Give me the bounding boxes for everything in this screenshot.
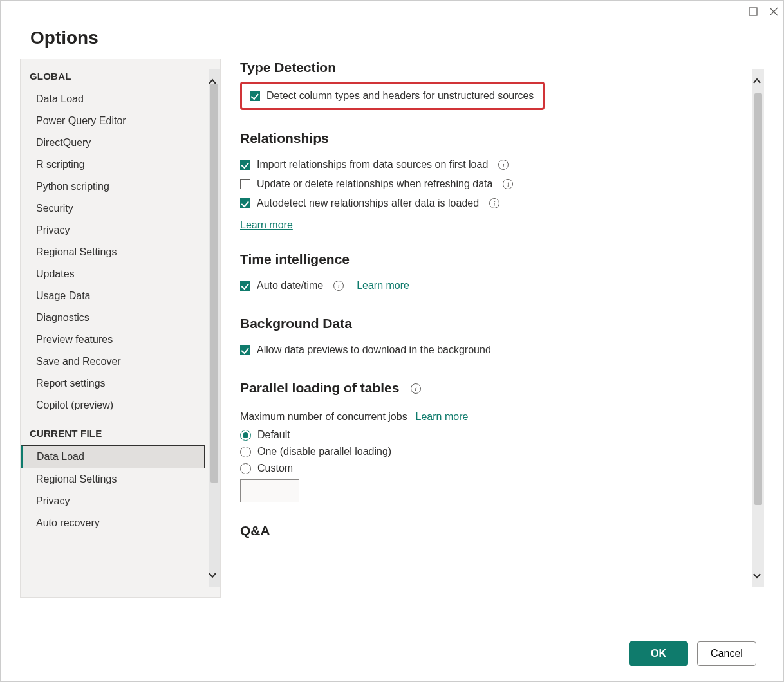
cancel-button[interactable]: Cancel bbox=[697, 641, 756, 666]
info-icon[interactable]: i bbox=[489, 198, 499, 208]
label-import-relationships: Import relationships from data sources o… bbox=[257, 159, 488, 170]
maximize-icon[interactable] bbox=[749, 7, 758, 16]
sidebar-item-security[interactable]: Security bbox=[21, 198, 205, 219]
label-auto-date-time: Auto date/time bbox=[257, 280, 323, 291]
sidebar-item-python-scripting[interactable]: Python scripting bbox=[21, 176, 205, 198]
input-parallel-custom-value[interactable] bbox=[240, 479, 299, 502]
radio-parallel-custom[interactable] bbox=[240, 463, 251, 474]
label-parallel-default: Default bbox=[257, 429, 290, 441]
sidebar-item-usage-data[interactable]: Usage Data bbox=[21, 285, 205, 307]
sidebar-item-copilot-preview[interactable]: Copilot (preview) bbox=[21, 394, 205, 416]
close-icon[interactable] bbox=[769, 7, 778, 16]
section-relationships: Relationships bbox=[240, 131, 745, 146]
options-content: Type Detection Detect column types and h… bbox=[240, 59, 764, 598]
sidebar-item-directquery[interactable]: DirectQuery bbox=[21, 132, 205, 154]
sidebar-item-r-scripting[interactable]: R scripting bbox=[21, 154, 205, 176]
sidebar-item-power-query-editor[interactable]: Power Query Editor bbox=[21, 110, 205, 132]
sidebar-item-updates[interactable]: Updates bbox=[21, 263, 205, 285]
sidebar-item-file-privacy[interactable]: Privacy bbox=[21, 490, 205, 512]
section-type-detection: Type Detection bbox=[240, 60, 745, 75]
label-detect-column-types: Detect column types and headers for unst… bbox=[266, 90, 534, 102]
section-qa: Q&A bbox=[240, 523, 745, 539]
sidebar-item-global-privacy[interactable]: Privacy bbox=[21, 219, 205, 241]
label-allow-background-previews: Allow data previews to download in the b… bbox=[257, 344, 491, 356]
dialog-footer: OK Cancel bbox=[629, 641, 756, 666]
checkbox-import-relationships[interactable] bbox=[240, 160, 250, 170]
options-sidebar: GLOBAL Data Load Power Query Editor Dire… bbox=[20, 59, 221, 598]
sidebar-item-auto-recovery[interactable]: Auto recovery bbox=[21, 512, 205, 534]
link-learn-more-time-intel[interactable]: Learn more bbox=[357, 280, 409, 291]
sidebar-item-global-data-load[interactable]: Data Load bbox=[21, 88, 205, 110]
info-icon[interactable]: i bbox=[411, 383, 421, 394]
sidebar-item-save-and-recover[interactable]: Save and Recover bbox=[21, 351, 205, 373]
sidebar-item-file-regional-settings[interactable]: Regional Settings bbox=[21, 468, 205, 490]
radio-parallel-one[interactable] bbox=[240, 447, 251, 457]
checkbox-allow-background-previews[interactable] bbox=[240, 345, 250, 355]
info-icon[interactable]: i bbox=[498, 160, 509, 170]
sidebar-group-current-file: CURRENT FILE bbox=[21, 416, 205, 445]
label-max-concurrent-jobs: Maximum number of concurrent jobs bbox=[240, 411, 407, 422]
sidebar-group-global: GLOBAL bbox=[21, 59, 205, 88]
highlighted-option-box: Detect column types and headers for unst… bbox=[240, 82, 545, 110]
section-background-data: Background Data bbox=[240, 316, 745, 331]
section-parallel-loading-label: Parallel loading of tables bbox=[240, 380, 399, 395]
svg-rect-0 bbox=[749, 8, 757, 15]
ok-button[interactable]: OK bbox=[629, 641, 688, 666]
checkbox-detect-column-types[interactable] bbox=[250, 91, 260, 101]
label-autodetect-relationships: Autodetect new relationships after data … bbox=[257, 198, 479, 209]
chevron-down-icon[interactable] bbox=[752, 570, 761, 581]
section-time-intelligence: Time intelligence bbox=[240, 252, 745, 267]
radio-parallel-default[interactable] bbox=[240, 430, 251, 441]
label-update-delete-relationships: Update or delete relationships when refr… bbox=[257, 178, 492, 190]
info-icon[interactable]: i bbox=[333, 281, 344, 291]
sidebar-item-global-regional-settings[interactable]: Regional Settings bbox=[21, 241, 205, 263]
checkbox-update-delete-relationships[interactable] bbox=[240, 179, 250, 189]
checkbox-autodetect-relationships[interactable] bbox=[240, 198, 250, 208]
link-learn-more-relationships[interactable]: Learn more bbox=[240, 219, 745, 231]
sidebar-item-diagnostics[interactable]: Diagnostics bbox=[21, 307, 205, 329]
window-titlebar bbox=[1, 1, 783, 23]
chevron-up-icon[interactable] bbox=[752, 75, 761, 86]
chevron-down-icon[interactable] bbox=[208, 569, 217, 580]
link-learn-more-parallel[interactable]: Learn more bbox=[416, 411, 469, 422]
section-parallel-loading: Parallel loading of tables i bbox=[240, 380, 745, 396]
sidebar-item-report-settings[interactable]: Report settings bbox=[21, 373, 205, 394]
checkbox-auto-date-time[interactable] bbox=[240, 281, 250, 291]
sidebar-item-preview-features[interactable]: Preview features bbox=[21, 329, 205, 351]
label-parallel-custom: Custom bbox=[257, 463, 293, 474]
label-parallel-one: One (disable parallel loading) bbox=[257, 446, 391, 457]
sidebar-item-file-data-load[interactable]: Data Load bbox=[21, 445, 205, 468]
dialog-title: Options bbox=[1, 23, 783, 59]
info-icon[interactable]: i bbox=[503, 179, 513, 189]
